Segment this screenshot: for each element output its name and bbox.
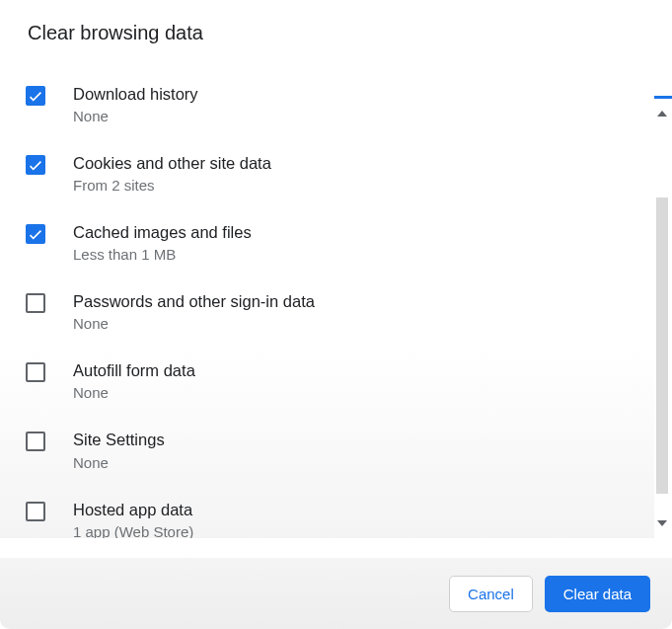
check-icon [27, 225, 44, 243]
content-wrap: Download history None Cookies and other … [0, 99, 672, 538]
option-texts: Passwords and other sign-in data None [73, 290, 315, 332]
dialog-header: Clear browsing data [0, 0, 672, 54]
option-title: Cached images and files [73, 221, 252, 244]
option-site-settings: Site Settings None [24, 415, 642, 484]
option-title: Hosted app data [73, 499, 193, 521]
option-sub: None [73, 384, 195, 401]
option-texts: Hosted app data 1 app (Web Store) [73, 499, 193, 538]
options-list: Download history None Cookies and other … [0, 69, 654, 538]
option-sub: None [73, 315, 315, 332]
option-title: Site Settings [73, 429, 165, 451]
scroll-thumb[interactable] [656, 197, 668, 494]
checkbox-autofill[interactable] [26, 362, 45, 382]
check-icon [27, 156, 44, 174]
dialog-footer: Cancel Clear data [0, 558, 672, 629]
option-sub: Less than 1 MB [73, 246, 252, 263]
cancel-button[interactable]: Cancel [449, 576, 533, 612]
scroll-down-icon [657, 520, 667, 526]
checkbox-passwords[interactable] [26, 293, 45, 313]
option-texts: Download history None [73, 83, 198, 124]
option-passwords: Passwords and other sign-in data None [24, 276, 642, 346]
option-sub: 1 app (Web Store) [73, 523, 193, 538]
checkbox-cached-images[interactable] [26, 224, 45, 244]
checkbox-cookies[interactable] [26, 155, 45, 175]
clear-browsing-data-dialog: Clear browsing data Basic Advanced Downl… [0, 0, 672, 629]
check-icon [27, 87, 44, 105]
option-autofill: Autofill form data None [24, 346, 642, 415]
option-sub: None [73, 454, 165, 471]
option-sub: None [73, 108, 198, 124]
option-hosted-app: Hosted app data 1 app (Web Store) [24, 485, 642, 538]
dialog-title: Clear browsing data [28, 22, 644, 44]
option-cookies: Cookies and other site data From 2 sites [24, 138, 642, 207]
checkbox-download-history[interactable] [26, 86, 45, 106]
clear-data-button[interactable]: Clear data [545, 576, 650, 612]
checkbox-site-settings[interactable] [26, 432, 45, 451]
checkbox-hosted-app[interactable] [26, 502, 45, 521]
option-cached-images: Cached images and files Less than 1 MB [24, 207, 642, 276]
scrollbar[interactable] [654, 99, 672, 538]
option-title: Cookies and other site data [73, 152, 271, 175]
option-texts: Site Settings None [73, 429, 165, 470]
option-sub: From 2 sites [73, 177, 271, 194]
option-download-history: Download history None [24, 69, 642, 138]
option-texts: Autofill form data None [73, 359, 195, 401]
option-texts: Cookies and other site data From 2 sites [73, 152, 271, 194]
option-title: Autofill form data [73, 359, 195, 382]
option-title: Download history [73, 83, 198, 106]
scroll-up-icon [657, 111, 667, 117]
option-texts: Cached images and files Less than 1 MB [73, 221, 252, 263]
option-title: Passwords and other sign-in data [73, 290, 315, 313]
